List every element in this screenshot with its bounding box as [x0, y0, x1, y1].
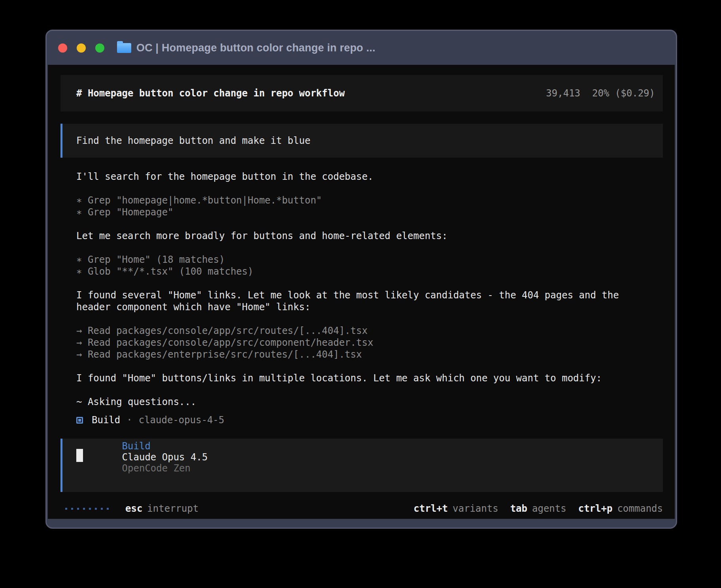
blank-line — [76, 218, 663, 230]
esc-key-hint: esc — [125, 503, 142, 514]
assistant-text-line: Let me search more broadly for buttons a… — [76, 230, 663, 242]
agent-name: Build — [92, 415, 120, 426]
hint-label: variants — [453, 503, 498, 514]
hint-label: commands — [617, 503, 663, 514]
assistant-text-line: I found several "Home" links. Let me loo… — [76, 289, 663, 301]
spinner-dot — [95, 508, 97, 510]
assistant-text-line: I found "Home" buttons/links in multiple… — [76, 372, 663, 384]
tool-call-line: ∗ Glob "**/*.tsx" (100 matches) — [76, 266, 663, 277]
user-message-text: Find the homepage button and make it blu… — [76, 135, 310, 146]
status-right: ctrl+tvariantstabagentsctrl+pcommands — [413, 503, 663, 514]
session-title: # Homepage button color change in repo w… — [76, 88, 345, 99]
session-header: # Homepage button color change in repo w… — [60, 75, 663, 111]
provider-label: OpenCode Zen — [122, 463, 191, 474]
token-count: 39,413 — [546, 88, 580, 99]
blank-line — [76, 242, 663, 254]
tool-call-line: → Read packages/console/app/src/routes/[… — [76, 325, 663, 337]
input-mode-row: Build Claude Opus 4.5 OpenCode Zen — [76, 430, 213, 485]
separator-dot: · — [126, 415, 132, 426]
mode-label[interactable]: Build — [122, 441, 151, 452]
maximize-button[interactable] — [95, 43, 104, 53]
close-button[interactable] — [58, 43, 67, 53]
window-title: OC | Homepage button color change in rep… — [136, 42, 376, 54]
tool-call-line: ∗ Grep "homepage|home.*button|Home.*butt… — [76, 194, 663, 206]
tool-call-line: → Read packages/enterprise/src/routes/[.… — [76, 349, 663, 360]
blank-line — [76, 277, 663, 289]
session-stats: 39,41320% ($0.29) — [546, 88, 655, 99]
user-message: Find the homepage button and make it blu… — [60, 124, 663, 158]
status-bar: esc interrupt ctrl+tvariantstabagentsctr… — [60, 502, 663, 515]
agent-model: claude-opus-4-5 — [139, 415, 225, 426]
blank-line — [76, 313, 663, 325]
model-label[interactable]: Claude Opus 4.5 — [122, 452, 208, 463]
keyboard-hint-variants: ctrl+tvariants — [413, 503, 498, 514]
spinner-dot — [83, 508, 85, 510]
tool-call-line: ∗ Grep "Homepage" — [76, 206, 663, 218]
keyboard-hint-agents: tabagents — [510, 503, 566, 514]
hint-key: tab — [510, 503, 527, 514]
hint-key: ctrl+p — [578, 503, 613, 514]
tool-call-line: ∗ Grep "Home" (18 matches) — [76, 254, 663, 266]
traffic-lights — [58, 43, 104, 53]
spinner-dot — [71, 508, 73, 510]
spinner-dot — [77, 508, 79, 510]
prompt-input[interactable]: Build Claude Opus 4.5 OpenCode Zen — [60, 439, 663, 492]
tool-call-line: → Read packages/console/app/src/componen… — [76, 337, 663, 349]
esc-key-label: interrupt — [147, 503, 198, 514]
agent-status-line: Build · claude-opus-4-5 — [60, 413, 663, 427]
blank-line — [76, 183, 663, 194]
hint-key: ctrl+t — [413, 503, 448, 514]
blank-line — [76, 384, 663, 396]
status-left: esc interrupt — [65, 503, 198, 514]
spinner-dot — [89, 508, 91, 510]
folder-icon — [117, 43, 131, 53]
spinner-dot — [101, 508, 103, 510]
hint-label: agents — [532, 503, 566, 514]
terminal-content: # Homepage button color change in repo w… — [48, 65, 675, 519]
titlebar: OC | Homepage button color change in rep… — [48, 31, 675, 65]
terminal-window: OC | Homepage button color change in rep… — [45, 30, 677, 529]
assistant-text-line: ~ Asking questions... — [76, 396, 663, 408]
spinner-dots-icon — [65, 508, 109, 510]
spinner-dot — [65, 508, 67, 510]
minimize-button[interactable] — [77, 43, 86, 53]
assistant-text-line: header component which have "Home" links… — [76, 301, 663, 313]
keyboard-hint-commands: ctrl+pcommands — [578, 503, 663, 514]
spinner-dot — [107, 508, 109, 510]
blank-line — [76, 360, 663, 372]
conversation-log: I'll search for the homepage button in t… — [60, 171, 663, 408]
assistant-text-line: I'll search for the homepage button in t… — [76, 171, 663, 183]
context-usage: 20% ($0.29) — [592, 88, 655, 99]
build-agent-icon — [76, 417, 83, 424]
